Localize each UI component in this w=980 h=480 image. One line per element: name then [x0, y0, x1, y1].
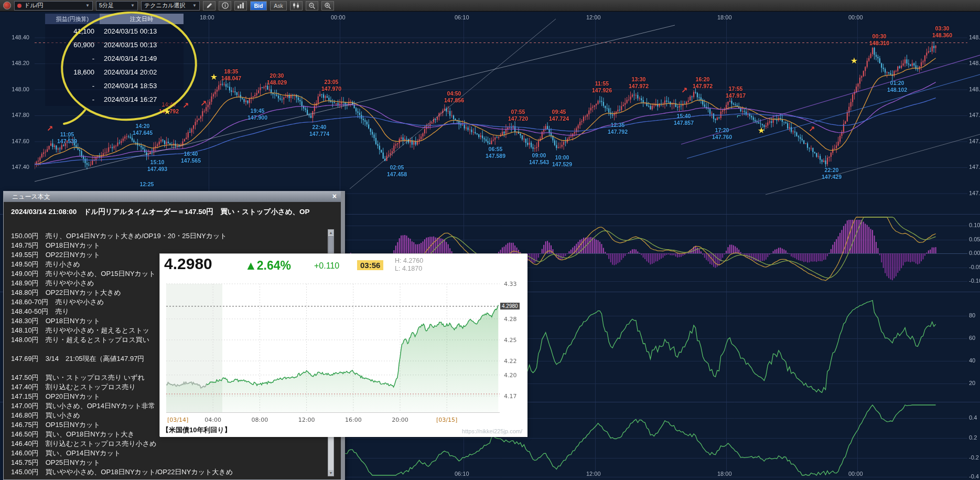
swing-annotation: 09:45147.724: [549, 109, 569, 122]
news-headline: 2024/03/14 21:08:00 ドル円リアルタイムオーダー＝147.50…: [4, 202, 341, 217]
pair-icon: [17, 4, 21, 8]
indicator-axis-label: 0.05: [969, 236, 980, 242]
swing-annotation: 11:55147.926: [592, 80, 612, 93]
swing-annotation: 11:05147.539: [57, 131, 77, 144]
swing-annotation: 07:55147.720: [508, 109, 528, 122]
time-axis-label: 12:00: [586, 471, 601, 477]
news-titlebar[interactable]: ニュース本文 ×: [4, 191, 341, 202]
position-row[interactable]: 18,6002024/03/14 20:02: [45, 65, 184, 79]
swing-annotation: 04:50147.856: [444, 90, 464, 103]
time-axis-label: 00:00: [848, 471, 863, 477]
technical-label: テクニカル選択: [144, 2, 185, 9]
position-row[interactable]: 41,1002024/03/15 00:13: [45, 24, 184, 38]
swing-annotation: 16:20147.972: [693, 76, 713, 89]
position-order-time: 2024/03/14 20:02: [100, 68, 184, 76]
star-marker-icon: ★: [850, 56, 858, 66]
indicator-axis-label: 0.00: [969, 250, 980, 256]
indicator-axis-label: -0.4: [969, 473, 979, 479]
swing-annotation: 00:30148.310: [869, 33, 889, 46]
swing-annotation: 20:30148.029: [267, 72, 287, 86]
scroll-down-icon[interactable]: ▼: [328, 470, 333, 476]
time-axis-label: 00:00: [848, 14, 863, 20]
us10y-chart-window: 4.2980 ▲2.64% +0.110 03:56 H: 4.2760 L: …: [159, 253, 527, 436]
bid-button[interactable]: Bid: [250, 1, 267, 10]
time-axis-label: 06:10: [455, 471, 469, 477]
yield-time-badge: 03:56: [357, 260, 383, 270]
swing-annotation: 15:10147.493: [147, 159, 167, 172]
swing-annotation: 23:05147.970: [321, 79, 341, 92]
cursor-mark-icon: ⌐: [737, 111, 741, 120]
indicator-button[interactable]: [234, 1, 247, 10]
price-axis-label: 147.60: [5, 138, 29, 144]
indicator-axis-label: 0.10: [969, 222, 980, 228]
ask-button[interactable]: Ask: [270, 1, 287, 10]
indicator-axis-label: 40: [969, 357, 975, 364]
star-marker-icon: ★: [758, 125, 765, 135]
time-axis-label: 12:00: [586, 14, 601, 20]
indicator-axis-label: -0.10: [969, 278, 980, 284]
price-axis-label: 147.8: [969, 112, 980, 118]
swing-annotation: 12:35147.792: [608, 122, 628, 135]
positions-header-row: 損益(円換算) 注文日時: [45, 14, 184, 24]
timeframe-label: 5分足: [99, 2, 114, 9]
app-icon: [3, 2, 11, 9]
pl-column-header: 損益(円換算): [45, 14, 100, 24]
scroll-up-icon[interactable]: ▲: [328, 230, 333, 236]
price-axis-label: 147.80: [5, 112, 29, 118]
swing-annotation: 22:40147.774: [309, 124, 329, 137]
yield-current-price-tag: 4.2980: [500, 303, 520, 310]
draw-tool-button[interactable]: [203, 1, 216, 10]
info-button[interactable]: [219, 1, 231, 10]
zoom-out-button[interactable]: [306, 1, 318, 10]
swing-annotation: 02:05147.458: [387, 164, 407, 177]
time-axis-label: 18:00: [200, 14, 214, 20]
yield-chart-caption: 【米国債10年利回り】: [162, 425, 231, 435]
indicator-axis-label: 20: [969, 380, 975, 386]
indicator-axis-label: 0.2: [969, 434, 977, 441]
chevron-down-icon: ▼: [131, 3, 135, 8]
star-marker-icon: ★: [164, 106, 171, 116]
price-axis-label: 148.40: [5, 34, 29, 40]
chart-type-button[interactable]: [290, 1, 303, 10]
position-order-time: 2024/03/14 21:49: [100, 55, 184, 62]
news-line: 150.00円 売り、OP14日NYカット大きめ/OP19・20・25日NYカッ…: [11, 231, 325, 241]
swing-annotation: 15:40147.857: [674, 113, 694, 126]
position-pl: 18,600: [45, 68, 100, 76]
zoom-in-button[interactable]: [321, 1, 334, 10]
news-line: 145.00円 買いやや小さめ、OP18日NYカット/OP22日NYカット大きめ: [11, 467, 325, 477]
news-title: ニュース本文: [12, 193, 50, 201]
swing-annotation: 12:25: [140, 181, 154, 188]
position-row[interactable]: 60,9002024/03/15 00:13: [45, 38, 184, 51]
trade-arrow-icon: ↗: [809, 124, 815, 134]
trade-arrow-icon: ↗: [681, 86, 688, 95]
indicator-axis-label: 80: [969, 312, 975, 318]
position-row[interactable]: -2024/03/14 21:49: [45, 51, 184, 65]
indicator-axis-label: -0.2: [969, 454, 979, 461]
zoom-in-icon: [324, 2, 331, 9]
news-line: 146.40円 割り込むとストップロス売り小さめ: [11, 439, 325, 449]
indicator-axis-label: 60: [969, 335, 975, 341]
yield-change: +0.110: [314, 261, 339, 271]
star-marker-icon: ★: [210, 72, 218, 82]
swing-annotation: 16:40147.565: [181, 151, 201, 164]
swing-annotation: 03:30148.360: [932, 25, 952, 38]
currency-pair-select[interactable]: ドル/円 ▼: [14, 1, 93, 10]
trade-arrow-icon: ↗: [200, 99, 207, 108]
indicator-axis-label: 0.4: [969, 414, 977, 421]
price-axis-label: 148.4: [969, 34, 980, 40]
yield-chart-watermark[interactable]: https://nikkei225jp.com/: [462, 428, 522, 434]
pencil-icon: [206, 2, 213, 9]
position-row[interactable]: -2024/03/14 18:53: [45, 79, 184, 92]
swing-annotation: 14:20147.645: [133, 123, 153, 136]
swing-annotation: 22:20147.429: [822, 167, 842, 180]
position-order-time: 2024/03/14 18:53: [100, 82, 184, 90]
timeframe-select[interactable]: 5分足 ▼: [96, 1, 138, 10]
yield-low-label: L: 4.1870: [395, 265, 422, 272]
price-axis-label: 148.00: [5, 86, 29, 92]
yield-change-percent: ▲2.64%: [245, 259, 291, 273]
close-icon[interactable]: ×: [332, 192, 337, 200]
yield-value: 4.2980: [164, 255, 212, 273]
technical-select[interactable]: テクニカル選択 ▼: [141, 1, 200, 10]
position-row[interactable]: -2024/03/14 16:27: [45, 92, 184, 106]
zoom-out-icon: [308, 2, 316, 9]
